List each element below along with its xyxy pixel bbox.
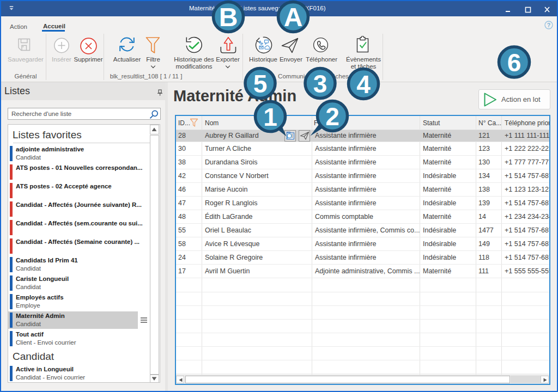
- svg-text:?: ?: [547, 22, 550, 28]
